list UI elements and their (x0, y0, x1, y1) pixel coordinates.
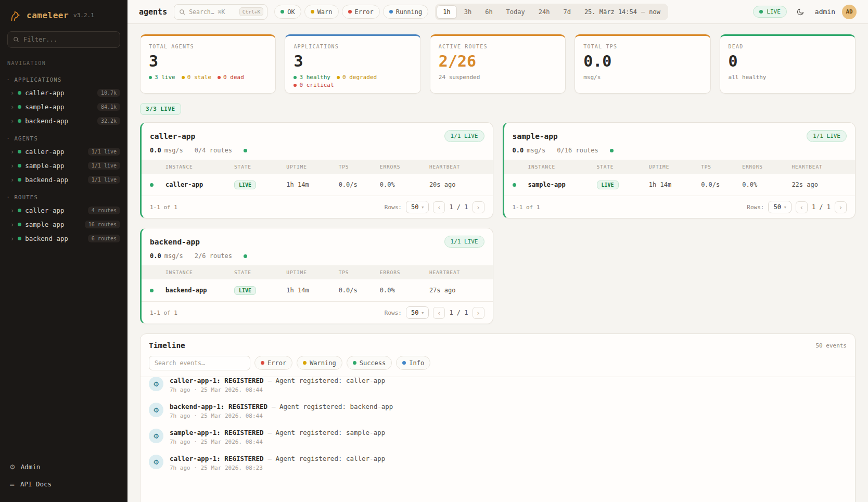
time-range-7d[interactable]: 7d (557, 5, 577, 19)
sidebar-item-label: backend-app (25, 176, 84, 184)
sidebar-item-application-caller-app[interactable]: › caller-app 10.7k (0, 86, 127, 100)
stat-sub: 24 suspended (439, 74, 557, 81)
timeline-filter-warning[interactable]: Warning (297, 356, 342, 370)
next-page-button[interactable]: › (473, 307, 484, 319)
stat-value: 0 (729, 53, 847, 70)
time-range-1h[interactable]: 1h (437, 5, 456, 19)
time-range-3h[interactable]: 3h (458, 5, 478, 19)
sidebar-item-agent-sample-app[interactable]: › sample-app 1/1 live (0, 159, 127, 173)
app-card-sample-app: sample-app 1/1 LIVE 0.0 msg/s 0/16 route… (503, 122, 856, 218)
app-meta: 0.0 msg/s 2/6 routes (142, 252, 493, 265)
status-dot (18, 223, 21, 226)
sidebar-item-label: caller-app (25, 207, 84, 214)
next-page-button[interactable]: › (473, 201, 484, 213)
sidebar-item-label: sample-app (25, 103, 94, 111)
state-badge: LIVE (234, 181, 256, 189)
next-page-button[interactable]: › (835, 201, 847, 213)
section-label: APPLICATIONS (15, 76, 62, 83)
stat-label: TOTAL AGENTS (149, 44, 267, 49)
time-range-today[interactable]: Today (500, 5, 531, 19)
filter-chip-warn[interactable]: Warn (304, 5, 339, 19)
stat-label: ACTIVE ROUTES (439, 44, 557, 49)
sidebar-item-badge: 16 routes (85, 221, 120, 228)
list-icon: ≡ (9, 480, 15, 488)
timeline-event: ⚙ backend-app-1: REGISTERED — Agent regi… (149, 398, 847, 424)
cell-instance: sample-app (528, 181, 597, 188)
timeline-search-input[interactable] (149, 356, 250, 370)
dark-mode-toggle[interactable] (794, 5, 808, 19)
status-dot (610, 149, 614, 152)
event-title: backend-app-1: REGISTERED (170, 403, 267, 410)
sidebar-section-header-routes[interactable]: · ROUTES (0, 191, 127, 203)
stat-detail: 0 degraded (342, 74, 377, 81)
camel-logo-icon (8, 8, 22, 22)
sidebar-item-api-docs[interactable]: ≡ API Docs (0, 475, 127, 493)
avatar[interactable]: AD (842, 5, 857, 19)
sidebar-item-badge: 10.7k (97, 89, 120, 97)
sidebar-item-badge: 1/1 live (88, 176, 120, 184)
ok-dot (149, 76, 152, 79)
filter-chip-running[interactable]: Running (383, 5, 429, 19)
sidebar-item-agent-caller-app[interactable]: › caller-app 1/1 live (0, 145, 127, 159)
stat-detail: 0 critical (299, 82, 334, 88)
event-time: 7h ago · 25 Mar 2026, 08:44 (170, 413, 393, 419)
error-dot (293, 84, 297, 87)
sidebar-item-routes-sample-app[interactable]: › sample-app 16 routes (0, 217, 127, 231)
global-search-input[interactable] (189, 8, 236, 16)
table-header: INSTANCESTATEUPTIME TPSERRORSHEARTBEAT (142, 265, 493, 279)
section-marker-icon: · (6, 194, 11, 200)
status-dot (18, 105, 21, 109)
app-tps-value: 0.0 (150, 147, 161, 154)
table-row[interactable]: sample-app LIVE 1h 14m 0.0/s 0.0% 22s ag… (504, 174, 856, 196)
rows-per-page-select[interactable]: 50▾ (406, 201, 429, 213)
topbar: agents Ctrl+K OK Warn Error Ru (127, 0, 868, 24)
time-range-6h[interactable]: 6h (479, 5, 499, 19)
stat-card-active-routes: ACTIVE ROUTES 2/26 24 suspended (430, 34, 566, 94)
stat-detail: 3 healthy (299, 74, 330, 81)
filter-chip-error[interactable]: Error (342, 5, 380, 19)
timeline-controls: Error Warning Success Info (141, 355, 855, 377)
sidebar-filter (7, 31, 120, 48)
stat-card-dead: DEAD 0 all healthy (720, 34, 856, 94)
moon-icon (797, 8, 805, 16)
time-range-24h[interactable]: 24h (532, 5, 556, 19)
sidebar-section-routes: · ROUTES › caller-app 4 routes › sample-… (0, 191, 127, 246)
sidebar-item-agent-backend-app[interactable]: › backend-app 1/1 live (0, 173, 127, 187)
app-version: v3.2.1 (73, 12, 94, 19)
app-card-title[interactable]: sample-app (513, 132, 558, 140)
rows-per-page-select[interactable]: 50▾ (768, 201, 791, 213)
status-dot (18, 119, 21, 123)
prev-page-button[interactable]: ‹ (796, 201, 808, 213)
app-card-title[interactable]: caller-app (150, 132, 195, 140)
sidebar-section-header-applications[interactable]: · APPLICATIONS (0, 73, 127, 86)
sidebar-item-routes-caller-app[interactable]: › caller-app 4 routes (0, 203, 127, 217)
sidebar-item-admin[interactable]: ⚙ Admin (0, 458, 127, 475)
cell-heartbeat: 27s ago (429, 287, 484, 294)
sidebar-section-header-agents[interactable]: · AGENTS (0, 132, 127, 145)
table-row[interactable]: backend-app LIVE 1h 14m 0.0/s 0.0% 27s a… (142, 279, 493, 301)
filter-chip-ok[interactable]: OK (274, 5, 301, 19)
prev-page-button[interactable]: ‹ (433, 307, 445, 319)
event-description: — Agent registered: backend-app (272, 403, 393, 410)
sidebar-item-application-sample-app[interactable]: › sample-app 84.1k (0, 100, 127, 114)
cell-heartbeat: 20s ago (429, 181, 484, 188)
live-status-badge[interactable]: LIVE (753, 6, 787, 18)
chevron-right-icon: › (10, 176, 14, 184)
error-dot (348, 10, 352, 14)
timeline-filter-info[interactable]: Info (396, 356, 430, 370)
rows-per-page-select[interactable]: 50▾ (406, 306, 429, 319)
app-tps-value: 0.0 (513, 147, 524, 154)
sidebar-item-application-backend-app[interactable]: › backend-app 32.2k (0, 114, 127, 128)
sidebar-item-routes-backend-app[interactable]: › backend-app 6 routes (0, 231, 127, 246)
app-card-title[interactable]: backend-app (150, 238, 200, 246)
gear-icon: ⚙ (149, 455, 163, 469)
table-row[interactable]: caller-app LIVE 1h 14m 0.0/s 0.0% 20s ag… (142, 174, 493, 196)
timeline-filter-success[interactable]: Success (347, 356, 392, 370)
chevron-right-icon: › (10, 235, 14, 242)
section-label: AGENTS (15, 135, 39, 141)
sidebar-item-label: caller-app (25, 89, 94, 97)
prev-page-button[interactable]: ‹ (433, 201, 445, 213)
sidebar-filter-input[interactable] (23, 36, 114, 43)
timeline-filter-error[interactable]: Error (254, 356, 292, 370)
search-icon (13, 36, 19, 43)
